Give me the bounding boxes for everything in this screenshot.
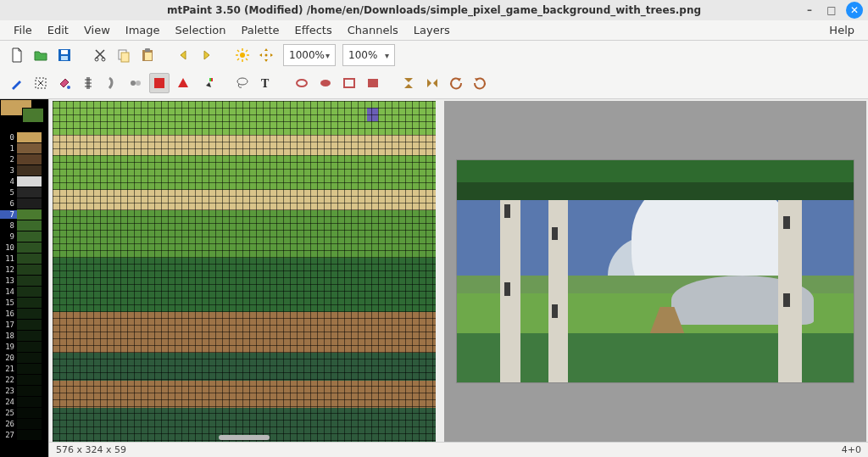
- palette-entry[interactable]: 6: [0, 198, 48, 209]
- rect-fill-tool[interactable]: [363, 73, 383, 93]
- redo-button[interactable]: [197, 45, 217, 65]
- palette-entry[interactable]: 4: [0, 176, 48, 187]
- select-tool[interactable]: [149, 73, 170, 93]
- paste-button[interactable]: [137, 45, 158, 65]
- palette-index: 14: [0, 287, 17, 296]
- palette-entry[interactable]: 10: [0, 242, 48, 253]
- palette-entry[interactable]: 26: [0, 418, 48, 429]
- svg-point-31: [237, 78, 248, 85]
- svg-point-10: [240, 53, 245, 58]
- menu-selection[interactable]: Selection: [169, 21, 233, 39]
- palette-entry[interactable]: 25: [0, 407, 48, 418]
- palette-entry[interactable]: 7: [0, 209, 48, 220]
- flip-h-tool[interactable]: [422, 73, 442, 93]
- flip-v-tool[interactable]: [398, 73, 419, 93]
- svg-point-33: [297, 80, 307, 86]
- horizontal-scrollbar[interactable]: [219, 435, 270, 440]
- palette-swatch: [17, 419, 42, 429]
- cut-button[interactable]: [90, 45, 110, 65]
- background-swatch[interactable]: [22, 108, 44, 123]
- palette-entry[interactable]: 21: [0, 363, 48, 374]
- palette-entry[interactable]: 22: [0, 374, 48, 385]
- palette-index: 8: [0, 221, 17, 230]
- palette-entry[interactable]: 23: [0, 385, 48, 396]
- left-panel: 0123456789101112131415161718192021222324…: [0, 99, 49, 457]
- palette-entry[interactable]: 0: [0, 131, 48, 142]
- svg-point-21: [67, 86, 70, 89]
- maximize-button[interactable]: □: [824, 3, 839, 18]
- polygon-select-tool[interactable]: [173, 73, 193, 93]
- palette-entry[interactable]: 24: [0, 396, 48, 407]
- menu-edit[interactable]: Edit: [41, 21, 75, 39]
- palette-swatch: [17, 220, 42, 231]
- palette-entry[interactable]: 14: [0, 286, 48, 297]
- palette-swatch: [17, 386, 42, 396]
- palette-swatch: [17, 298, 42, 308]
- ellipse-fill-tool[interactable]: [315, 73, 336, 93]
- text-tool[interactable]: T: [256, 73, 276, 93]
- minimize-button[interactable]: –: [802, 3, 817, 18]
- zoom-main-value: 1000%: [289, 49, 325, 61]
- palette-swatch: [17, 408, 42, 418]
- gradient-tool[interactable]: [197, 73, 217, 93]
- palette-entry[interactable]: 15: [0, 297, 48, 308]
- palette-entry[interactable]: 17: [0, 319, 48, 330]
- rotate-ccw-tool[interactable]: [446, 73, 466, 93]
- palette-entry[interactable]: 11: [0, 253, 48, 264]
- zoom-main-combo[interactable]: 1000% ▾: [283, 44, 336, 66]
- palette-entry[interactable]: 16: [0, 308, 48, 319]
- palette-entry[interactable]: 13: [0, 275, 48, 286]
- menu-help[interactable]: Help: [822, 21, 861, 39]
- open-file-button[interactable]: [31, 45, 51, 65]
- zoom-secondary-value: 100%: [348, 49, 377, 61]
- palette-entry[interactable]: 3: [0, 164, 48, 176]
- shuffle-tool[interactable]: [31, 73, 51, 93]
- main-canvas[interactable]: [53, 101, 436, 442]
- zoom-secondary-combo[interactable]: 100% ▾: [342, 44, 395, 66]
- current-colors[interactable]: [0, 99, 48, 130]
- menu-image[interactable]: Image: [119, 21, 167, 39]
- palette-index: 2: [0, 155, 17, 164]
- palette-entry[interactable]: 19: [0, 341, 48, 352]
- undo-button[interactable]: [173, 45, 193, 65]
- palette-swatch: [17, 143, 42, 153]
- palette-entry[interactable]: 8: [0, 220, 48, 231]
- line-tool[interactable]: [78, 73, 98, 93]
- smudge-tool[interactable]: [102, 73, 122, 93]
- clone-tool[interactable]: [125, 73, 146, 93]
- new-file-button[interactable]: [7, 45, 27, 65]
- rect-outline-tool[interactable]: [339, 73, 359, 93]
- palette-swatch: [17, 176, 42, 187]
- palette-swatch: [17, 320, 42, 330]
- flood-fill-tool[interactable]: [54, 73, 75, 93]
- palette-entry[interactable]: 12: [0, 264, 48, 275]
- close-button[interactable]: ✕: [846, 2, 863, 19]
- copy-button[interactable]: [114, 45, 134, 65]
- menu-file[interactable]: File: [7, 21, 39, 39]
- palette-entry[interactable]: 18: [0, 330, 48, 341]
- menu-view[interactable]: View: [77, 21, 117, 39]
- menubar: File Edit View Image Selection Palette E…: [0, 20, 868, 41]
- menu-channels[interactable]: Channels: [341, 21, 405, 39]
- palette-entry[interactable]: 2: [0, 153, 48, 164]
- palette-entry[interactable]: 27: [0, 429, 48, 440]
- palette-entry[interactable]: 5: [0, 187, 48, 198]
- image-preview: [457, 160, 854, 382]
- palette-entry[interactable]: 1: [0, 142, 48, 153]
- paint-tool[interactable]: [7, 73, 27, 93]
- palette-entry[interactable]: 20: [0, 352, 48, 363]
- palette-entry[interactable]: 9: [0, 231, 48, 242]
- menu-palette[interactable]: Palette: [234, 21, 286, 39]
- secondary-canvas[interactable]: [444, 101, 866, 442]
- pan-button[interactable]: [256, 45, 276, 65]
- rotate-cw-tool[interactable]: [470, 73, 490, 93]
- palette-swatch: [17, 231, 42, 242]
- save-file-button[interactable]: [54, 45, 75, 65]
- menu-layers[interactable]: Layers: [407, 21, 457, 39]
- palette-list[interactable]: 0123456789101112131415161718192021222324…: [0, 130, 48, 457]
- menu-effects[interactable]: Effects: [287, 21, 338, 39]
- lasso-tool[interactable]: [232, 73, 253, 93]
- brightness-button[interactable]: [232, 45, 253, 65]
- palette-swatch: [17, 209, 42, 220]
- ellipse-outline-tool[interactable]: [292, 73, 312, 93]
